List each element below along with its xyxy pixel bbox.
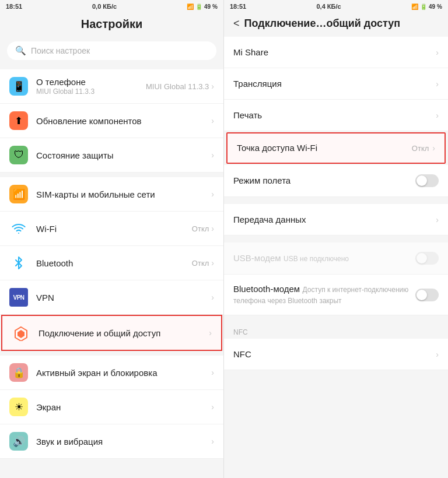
right-status-icons: 📶 🔋 49% <box>411 3 442 10</box>
left-data-speed: 0,0 КБ/с <box>92 3 117 10</box>
bluetooth-icon <box>9 254 28 272</box>
bluetooth-status: Откл <box>192 259 209 268</box>
right-item-broadcast[interactable]: Трансляция › <box>224 68 448 100</box>
protection-chevron: › <box>211 150 214 160</box>
vpn-label: VPN <box>36 293 211 303</box>
vpn-chevron: › <box>211 293 214 302</box>
mi-share-chevron: › <box>436 48 439 57</box>
wifi-status: Откл <box>192 224 209 233</box>
settings-item-protection[interactable]: 🛡 Состояние защиты › <box>0 138 223 173</box>
update-label: Обновление компонентов <box>36 116 211 126</box>
about-sublabel: MIUI Global 11.3.3 <box>36 87 146 96</box>
bluetooth-label: Bluetooth <box>36 258 192 268</box>
about-chevron: › <box>211 82 214 91</box>
right-item-data-transfer[interactable]: Передача данных › <box>224 204 448 236</box>
right-item-nfc[interactable]: NFC › <box>224 339 448 370</box>
data-transfer-label: Передача данных <box>233 215 306 224</box>
connection-chevron: › <box>209 328 212 338</box>
right-item-hotspot[interactable]: Точка доступа Wi-Fi Откл › <box>226 132 446 164</box>
sim-label: SIM-карты и мобильные сети <box>36 189 211 199</box>
settings-item-sim[interactable]: 📶 SIM-карты и мобильные сети › <box>0 177 223 212</box>
search-bar[interactable]: 🔍 Поиск настроек <box>7 41 216 60</box>
nfc-section-label: NFC <box>224 322 448 339</box>
right-time: 18:51 <box>230 3 246 10</box>
settings-item-sound[interactable]: 🔊 Звук и вибрация › <box>0 424 223 459</box>
left-time: 18:51 <box>6 3 22 10</box>
bt-modem-label: Bluetooth-модем <box>233 284 300 294</box>
bt-modem-toggle[interactable] <box>415 289 439 301</box>
search-icon: 🔍 <box>15 45 26 56</box>
right-panel: 18:51 0,4 КБ/с 📶 🔋 49% < Подключение…общ… <box>224 0 448 478</box>
lock-icon: 🔒 <box>9 363 28 382</box>
about-icon: 📱 <box>9 77 28 96</box>
broadcast-label: Трансляция <box>233 79 282 89</box>
protection-label: Состояние защиты <box>36 150 211 160</box>
right-status-bar: 18:51 0,4 КБ/с 📶 🔋 49% <box>224 0 448 13</box>
lock-chevron: › <box>211 368 214 377</box>
search-placeholder: Поиск настроек <box>31 46 90 55</box>
about-version: MIUI Global 11.3.3 <box>146 82 209 91</box>
update-chevron: › <box>211 116 214 125</box>
left-status-icons: 📶 🔋 49% <box>187 3 218 10</box>
left-status-bar: 18:51 0,0 КБ/с 📶 🔋 49% <box>0 0 223 13</box>
screen-chevron: › <box>211 402 214 412</box>
battery-level: 49 <box>204 3 211 10</box>
right-item-mi-share[interactable]: Mi Share › <box>224 37 448 68</box>
sim-chevron: › <box>211 189 214 199</box>
update-icon: ⬆ <box>9 111 28 130</box>
group-device: 📱 О телефоне MIUI Global 11.3.3 MIUI Glo… <box>0 69 223 173</box>
connection-label: Подключение и общий доступ <box>38 328 209 338</box>
right-panel-title: Подключение…общий доступ <box>244 17 401 30</box>
right-settings-list: Mi Share › Трансляция › Печать › <box>224 32 448 478</box>
print-label: Печать <box>233 110 262 120</box>
battery-icon: 🔋 <box>195 3 202 10</box>
settings-item-update[interactable]: ⬆ Обновление компонентов › <box>0 104 223 138</box>
hotspot-status: Откл <box>412 144 429 153</box>
hotspot-chevron: › <box>432 143 435 153</box>
right-item-print[interactable]: Печать › <box>224 100 448 131</box>
svg-point-0 <box>18 233 19 234</box>
settings-item-wifi[interactable]: Wi-Fi Откл › <box>0 212 223 246</box>
right-header: < Подключение…общий доступ <box>224 13 448 32</box>
right-battery-icon: 🔋 <box>420 3 427 10</box>
left-panel: 18:51 0,0 КБ/с 📶 🔋 49% Настройки 🔍 Поиск… <box>0 0 224 478</box>
usb-modem-label: USB-модем <box>233 253 281 263</box>
settings-item-lock[interactable]: 🔒 Активный экран и блокировка › <box>0 356 223 390</box>
settings-title: Настройки <box>0 13 223 37</box>
sound-label: Звук и вибрация <box>36 437 211 447</box>
right-item-bt-modem[interactable]: Bluetooth-модем Доступ к интернет-подклю… <box>224 275 448 315</box>
screen-icon: ☀ <box>9 398 28 416</box>
signal-icon: 📶 <box>187 3 194 10</box>
right-item-usb-modem: USB-модем USB не подключено <box>224 242 448 275</box>
wifi-chevron: › <box>211 224 214 233</box>
hotspot-label: Точка доступа Wi-Fi <box>237 143 317 153</box>
group-device2: 🔒 Активный экран и блокировка › ☀ Экран … <box>0 356 223 459</box>
nfc-label: NFC <box>233 349 251 359</box>
sound-chevron: › <box>211 437 214 446</box>
airplane-toggle[interactable] <box>415 174 439 187</box>
about-label: О телефоне <box>36 77 146 87</box>
screen-label: Экран <box>36 402 211 412</box>
vpn-icon: VPN <box>9 288 28 307</box>
settings-item-about[interactable]: 📱 О телефоне MIUI Global 11.3.3 MIUI Glo… <box>0 69 223 104</box>
usb-modem-toggle <box>415 252 439 265</box>
settings-list: 📱 О телефоне MIUI Global 11.3.3 MIUI Glo… <box>0 65 223 478</box>
connection-icon <box>12 324 30 342</box>
settings-item-connection[interactable]: Подключение и общий доступ › <box>1 315 222 351</box>
settings-item-screen[interactable]: ☀ Экран › <box>0 390 223 424</box>
settings-item-vpn[interactable]: VPN VPN › <box>0 280 223 315</box>
lock-label: Активный экран и блокировка <box>36 368 211 378</box>
sim-icon: 📶 <box>9 185 28 203</box>
bluetooth-chevron: › <box>211 258 214 268</box>
broadcast-chevron: › <box>436 79 439 89</box>
back-button[interactable]: < <box>233 17 240 30</box>
airplane-label: Режим полета <box>233 175 290 185</box>
right-signal-icon: 📶 <box>411 3 418 10</box>
protection-icon: 🛡 <box>9 146 28 164</box>
usb-modem-sublabel: USB не подключено <box>284 255 349 263</box>
svg-marker-2 <box>18 330 24 338</box>
settings-item-bluetooth[interactable]: Bluetooth Откл › <box>0 246 223 280</box>
group-connectivity: 📶 SIM-карты и мобильные сети › Wi-Fi <box>0 177 223 351</box>
right-item-airplane[interactable]: Режим полета <box>224 165 448 197</box>
wifi-label: Wi-Fi <box>36 224 192 234</box>
